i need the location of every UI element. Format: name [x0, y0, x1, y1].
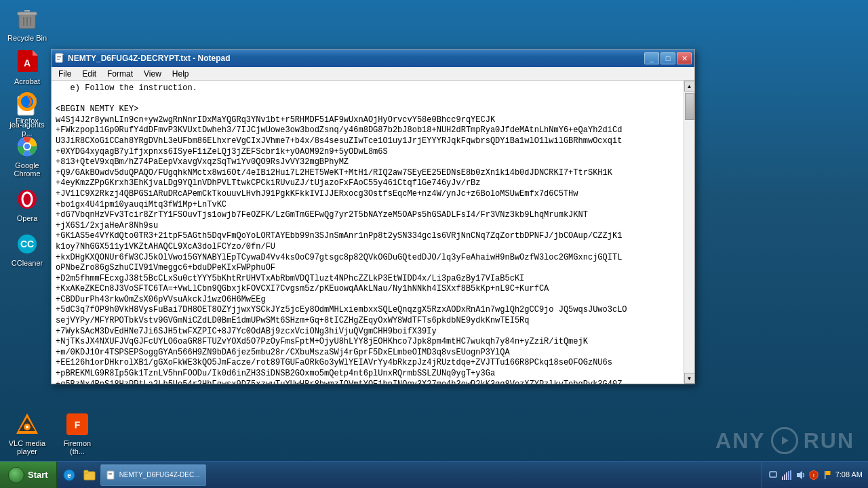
network-tray-icon[interactable] — [781, 470, 792, 481]
menu-edit[interactable]: Edit — [77, 68, 102, 79]
acrobat-icon[interactable]: A Acrobat — [5, 49, 49, 85]
vlc-icon[interactable]: VLC mediaplayer — [5, 411, 49, 455]
anyrun-watermark: ANY RUN — [715, 427, 854, 454]
svg-point-32 — [26, 426, 28, 428]
notepad-taskbar-small-icon — [106, 470, 116, 480]
svg-rect-46 — [786, 472, 787, 480]
firefox-label: Firefox — [16, 117, 39, 125]
svg-rect-43 — [770, 472, 776, 477]
show-desktop-icon[interactable] — [768, 470, 778, 481]
watermark-any: ANY — [715, 428, 766, 453]
firemon-icon[interactable]: F Firemon (th... — [56, 411, 99, 455]
svg-rect-41 — [108, 473, 112, 474]
menu-view[interactable]: View — [138, 68, 167, 79]
desktop: Recycle Bin A Acrobat — [0, 0, 868, 488]
scroll-up-button[interactable]: ▲ — [684, 81, 695, 92]
menu-format[interactable]: Format — [102, 68, 138, 79]
title-bar-left: NEMTY_D6FUG4Z-DECRYPT.txt - Notepad — [54, 53, 231, 64]
chrome-label: Google Chrome — [5, 161, 49, 178]
svg-text:CC: CC — [20, 239, 34, 249]
menu-file[interactable]: File — [53, 68, 77, 79]
svg-text:e: e — [67, 472, 71, 479]
notepad-content-area: e) Follow the instruction. <BEGIN NEMTY … — [52, 81, 694, 384]
window-title: NEMTY_D6FUG4Z-DECRYPT.txt - Notepad — [68, 54, 231, 63]
ccleaner-label: CCleaner — [12, 259, 43, 267]
svg-rect-39 — [84, 470, 88, 473]
recycle-bin-label: Recycle Bin — [7, 34, 47, 42]
svg-rect-52 — [825, 471, 830, 475]
svg-marker-7 — [33, 50, 38, 56]
svg-text:!: ! — [812, 473, 814, 478]
vlc-label: VLC mediaplayer — [9, 439, 45, 455]
recycle-bin-icon[interactable]: Recycle Bin — [5, 5, 49, 42]
svg-rect-42 — [108, 474, 112, 475]
acrobat-label: Acrobat — [14, 77, 40, 85]
vertical-scrollbar[interactable]: ▲ ▼ — [684, 81, 694, 384]
svg-rect-26 — [57, 56, 61, 57]
ccleaner-icon[interactable]: CC CCleaner — [5, 230, 49, 267]
svg-rect-27 — [57, 58, 61, 58]
volume-tray-icon[interactable] — [795, 470, 806, 481]
svg-text:F: F — [75, 420, 81, 430]
svg-rect-48 — [790, 470, 791, 480]
bottom-desktop-icons: VLC mediaplayer F Firemon (th... — [5, 411, 99, 455]
minimize-button[interactable]: _ — [644, 52, 659, 64]
text-content[interactable]: e) Follow the instruction. <BEGIN NEMTY … — [52, 81, 684, 384]
notepad-window: NEMTY_D6FUG4Z-DECRYPT.txt - Notepad _ □ … — [51, 49, 695, 384]
svg-marker-49 — [797, 471, 802, 479]
watermark-run: RUN — [804, 428, 854, 453]
explorer-taskbar-icon[interactable] — [83, 468, 96, 482]
close-button[interactable]: ✕ — [677, 52, 692, 64]
opera-label: Opera — [17, 214, 38, 222]
svg-rect-47 — [788, 471, 789, 480]
security-tray-icon[interactable]: ! — [808, 470, 819, 481]
svg-rect-45 — [784, 474, 785, 480]
start-orb — [8, 467, 24, 483]
scroll-down-button[interactable]: ▼ — [684, 373, 695, 384]
svg-rect-51 — [825, 471, 826, 479]
svg-marker-25 — [62, 54, 64, 55]
notepad-taskbar-item[interactable]: NEMTY_D6FUG4Z-DEC... — [100, 464, 206, 486]
firemon-label: Firemon (th... — [56, 439, 99, 455]
window-controls: _ □ ✕ — [644, 52, 692, 64]
title-bar: NEMTY_D6FUG4Z-DECRYPT.txt - Notepad _ □ … — [52, 49, 694, 67]
svg-text:A: A — [24, 58, 31, 68]
system-tray: ! 7:08 AM — [762, 462, 868, 488]
system-clock: 7:08 AM — [835, 470, 863, 479]
svg-marker-35 — [782, 436, 789, 445]
start-button[interactable]: Start — [0, 462, 57, 488]
svg-rect-1 — [18, 12, 37, 15]
notepad-app-icon — [54, 53, 65, 64]
menu-bar: File Edit Format View Help — [52, 67, 694, 81]
svg-point-19 — [24, 144, 30, 149]
scroll-thumb[interactable] — [685, 93, 694, 120]
flag-tray-icon[interactable] — [822, 470, 833, 481]
svg-rect-44 — [782, 476, 783, 480]
taskbar-items: e NEMTY_D6FUG4Z-DEC... — [57, 463, 762, 487]
notepad-taskbar-label: NEMTY_D6FUG4Z-DEC... — [119, 471, 200, 479]
opera-icon[interactable]: Opera — [5, 186, 49, 222]
svg-rect-8 — [33, 56, 38, 72]
maximize-button[interactable]: □ — [660, 52, 675, 64]
ie-taskbar-icon[interactable]: e — [62, 468, 76, 482]
watermark-play-icon — [771, 427, 798, 454]
start-label: Start — [28, 470, 48, 480]
chrome-icon[interactable]: Google Chrome — [5, 133, 49, 178]
firefox-icon[interactable]: Firefox — [5, 88, 49, 125]
taskbar: Start e — [0, 461, 868, 488]
svg-rect-28 — [57, 59, 60, 60]
menu-help[interactable]: Help — [167, 68, 195, 79]
